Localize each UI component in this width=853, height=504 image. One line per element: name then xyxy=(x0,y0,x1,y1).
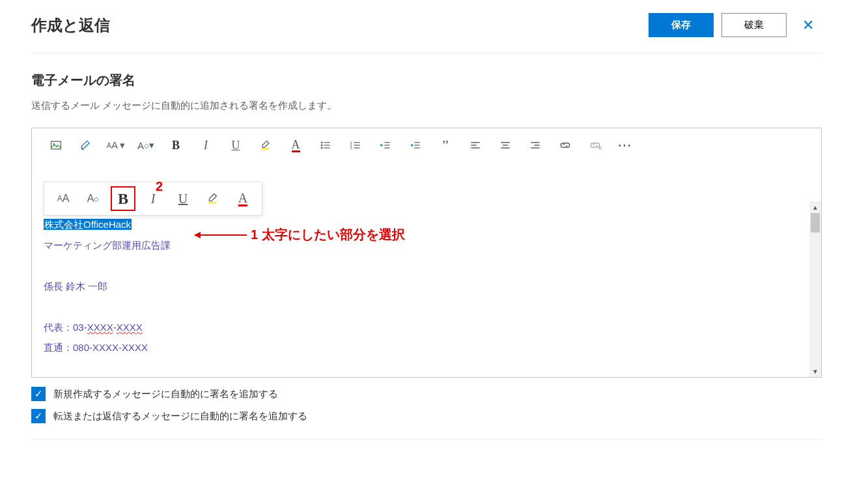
checkbox-new-message[interactable]: ✓ 新規作成するメッセージに自動的に署名を追加する xyxy=(31,387,822,401)
close-icon[interactable]: ✕ xyxy=(794,14,822,36)
page-title: 作成と返信 xyxy=(31,15,110,36)
mini-toolbar: AA A◇ B I U A xyxy=(44,182,262,216)
checkbox-reply-forward[interactable]: ✓ 転送または返信するメッセージに自動的に署名を追加する xyxy=(31,409,822,423)
scrollbar[interactable]: ▲ ▼ xyxy=(809,201,821,377)
bold-icon[interactable]: B xyxy=(163,135,188,156)
scroll-down-icon[interactable]: ▼ xyxy=(809,365,821,377)
svg-point-5 xyxy=(321,145,322,146)
scrollbar-thumb[interactable] xyxy=(811,213,820,232)
unlink-icon[interactable]: ✕ xyxy=(583,135,608,156)
section-heading: 電子メールの署名 xyxy=(31,72,822,89)
align-left-icon[interactable] xyxy=(463,135,488,156)
underline-icon[interactable]: U xyxy=(223,135,248,156)
outdent-icon[interactable] xyxy=(373,135,398,156)
header-actions: 保存 破棄 ✕ xyxy=(649,13,822,37)
number-list-icon[interactable]: 123 xyxy=(343,135,368,156)
checkbox-label-2: 転送または返信するメッセージに自動的に署名を追加する xyxy=(53,410,307,423)
mini-font-size-icon[interactable]: A◇ xyxy=(81,186,105,211)
mini-font-color-icon[interactable]: A xyxy=(231,186,255,211)
font-size-icon[interactable]: A◇ ▾ xyxy=(133,135,158,156)
discard-button[interactable]: 破棄 xyxy=(721,13,787,37)
highlight-icon[interactable] xyxy=(253,135,278,156)
quote-icon[interactable]: ” xyxy=(433,135,458,156)
font-icon[interactable]: AA ▾ xyxy=(104,135,128,156)
checkbox-label-1: 新規作成するメッセージに自動的に署名を追加する xyxy=(53,388,278,400)
mini-highlight-icon[interactable] xyxy=(201,186,225,211)
font-color-icon[interactable]: A xyxy=(283,135,308,156)
checkbox-checked-icon[interactable]: ✓ xyxy=(31,387,46,401)
signature-line-1[interactable]: 株式会社OfficeHack xyxy=(44,219,132,230)
mini-bold-icon[interactable]: B xyxy=(111,186,135,211)
more-icon[interactable]: ⋯ xyxy=(613,135,637,156)
bullet-list-icon[interactable] xyxy=(313,135,338,156)
indent-icon[interactable] xyxy=(403,135,428,156)
link-icon[interactable] xyxy=(553,135,578,156)
signature-line-5[interactable]: 直通：080-XXXX-XXXX xyxy=(44,337,809,358)
svg-rect-0 xyxy=(51,141,61,149)
signature-editor: AA ▾ A◇ ▾ B I U A 123 ” ✕ ⋯ 2 xyxy=(31,128,822,378)
checkbox-group: ✓ 新規作成するメッセージに自動的に署名を追加する ✓ 転送または返信するメッセ… xyxy=(31,387,822,423)
svg-rect-2 xyxy=(261,148,269,150)
editor-toolbar: AA ▾ A◇ ▾ B I U A 123 ” ✕ ⋯ xyxy=(32,128,821,162)
insert-image-icon[interactable] xyxy=(44,135,68,156)
mini-italic-icon[interactable]: I xyxy=(141,186,165,211)
align-center-icon[interactable] xyxy=(493,135,518,156)
mini-font-icon[interactable]: AA xyxy=(51,186,76,211)
svg-point-3 xyxy=(321,142,322,143)
svg-text:3: 3 xyxy=(350,146,352,150)
header: 作成と返信 保存 破棄 ✕ xyxy=(31,13,822,53)
divider xyxy=(31,439,822,440)
mini-underline-icon[interactable]: U xyxy=(171,186,195,211)
svg-text:✕: ✕ xyxy=(598,145,602,151)
italic-icon[interactable]: I xyxy=(193,135,218,156)
signature-line-4[interactable]: 代表：03-XXXX-XXXX xyxy=(44,317,809,338)
signature-section: 電子メールの署名 送信するメール メッセージに自動的に追加される署名を作成します… xyxy=(31,72,822,440)
signature-line-2[interactable]: マーケティング部運用広告課 xyxy=(44,235,809,256)
scroll-up-icon[interactable]: ▲ xyxy=(809,201,821,213)
checkbox-checked-icon[interactable]: ✓ xyxy=(31,409,46,423)
section-description: 送信するメール メッセージに自動的に追加される署名を作成します。 xyxy=(31,100,822,112)
save-button[interactable]: 保存 xyxy=(649,13,714,37)
svg-point-7 xyxy=(321,147,322,148)
format-painter-icon[interactable] xyxy=(74,135,98,156)
svg-rect-31 xyxy=(208,203,217,204)
align-right-icon[interactable] xyxy=(523,135,548,156)
signature-line-3[interactable]: 係長 鈴木 一郎 xyxy=(44,276,809,297)
